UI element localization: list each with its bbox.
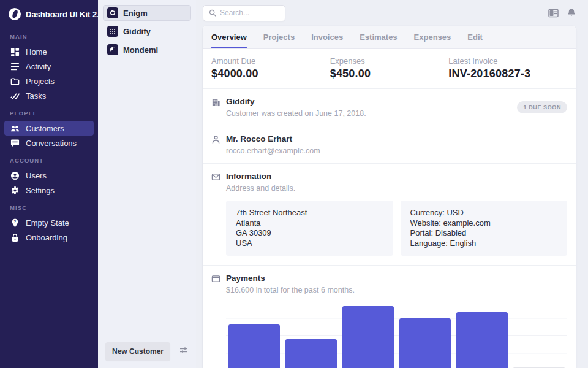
sidebar-item-projects[interactable]: Projects: [0, 74, 98, 88]
activity-icon: [10, 61, 20, 71]
tab-overview[interactable]: Overview: [211, 26, 247, 48]
chart-bar-jul: [228, 324, 280, 368]
sidebar-section-misc-label: MISC: [0, 197, 98, 215]
address-line: USA: [236, 239, 383, 249]
sidebar-item-tasks[interactable]: Tasks: [0, 88, 98, 103]
address-box: 7th Street Northeast Atlanta GA 30309 US…: [226, 201, 393, 256]
sidebar-section-account-label: ACCOUNT: [0, 150, 98, 168]
people-icon: [10, 123, 20, 133]
chart-bar-aug: [285, 339, 337, 368]
information-subtitle: Address and details.: [226, 184, 295, 193]
double-check-icon: [10, 91, 20, 101]
due-soon-badge: 1 DUE SOON: [517, 101, 567, 113]
folder-icon: [10, 76, 20, 86]
sidebar-item-onboarding[interactable]: Onboarding: [0, 230, 98, 245]
sidebar-item-label: Projects: [26, 77, 55, 86]
section-information: Information Address and details. 7th Str…: [203, 164, 576, 266]
mondemi-logo-icon: [107, 44, 118, 55]
stat-expenses: Expenses $450.00: [330, 56, 449, 80]
sidebar-item-settings[interactable]: Settings: [0, 183, 98, 197]
tab-estimates[interactable]: Estimates: [360, 26, 397, 48]
bell-icon[interactable]: [567, 8, 576, 18]
sidebar-item-label: Onboarding: [26, 233, 67, 242]
detail-line: Website: example.com: [410, 218, 558, 229]
detail-line: Portal: Disabled: [410, 228, 558, 239]
pin-question-icon: ?: [10, 218, 20, 228]
address-line: 7th Street Northeast: [236, 208, 383, 218]
customer-list-item-enigm[interactable]: Enigm: [103, 5, 191, 21]
sidebar-item-customers[interactable]: Customers: [4, 121, 94, 136]
stat-value: $4000.00: [211, 67, 330, 80]
search-box[interactable]: [203, 5, 285, 21]
filter-sliders-icon[interactable]: [179, 345, 189, 358]
sidebar-item-activity[interactable]: Activity: [0, 59, 98, 74]
chart-bar-nov: [456, 312, 508, 368]
payments-subtitle: $16.600 in total for the past 6 months.: [226, 286, 355, 294]
app-logo-icon: [9, 8, 21, 20]
enigm-logo-icon: [107, 7, 118, 18]
customer-list-footer: New Customer: [98, 335, 196, 368]
contact-name: Mr. Rocco Erhart: [226, 134, 320, 144]
sidebar-section-main-label: MAIN: [0, 26, 98, 44]
stats-row: Amount Due $4000.00 Expenses $450.00 Lat…: [203, 49, 576, 89]
payments-title: Payments: [226, 274, 355, 283]
customer-detail-card: Overview Projects Invoices Estimates Exp…: [203, 26, 576, 368]
customer-name: Enigm: [123, 9, 148, 18]
sidebar-item-label: Settings: [26, 186, 55, 195]
customer-title: Giddify: [226, 97, 366, 106]
sidebar-item-label: Customers: [26, 124, 64, 133]
details-box: Currency: USD Website: example.com Porta…: [401, 201, 568, 256]
credit-card-icon: [211, 274, 221, 284]
customer-list-item-giddify[interactable]: Giddify: [103, 23, 191, 39]
search-input[interactable]: [220, 9, 279, 17]
chart-bar-oct: [399, 318, 451, 368]
address-line: GA 30309: [236, 228, 383, 239]
stat-label: Latest Invoice: [448, 56, 567, 66]
customer-created-text: Customer was created on June 17, 2018.: [226, 109, 366, 118]
stat-label: Amount Due: [211, 56, 330, 66]
customer-name: Giddify: [123, 27, 151, 36]
customer-name: Mondemi: [123, 45, 158, 55]
sidebar-item-home[interactable]: Home: [0, 44, 98, 59]
lock-icon: [10, 232, 20, 242]
payments-bar-chart: Jul Aug Sep Oct Nov Dec: [226, 301, 567, 368]
tab-edit[interactable]: Edit: [467, 26, 483, 48]
customer-list-item-mondemi[interactable]: Mondemi: [103, 42, 191, 58]
envelope-icon: [211, 172, 221, 182]
sidebar-item-label: Tasks: [26, 91, 46, 101]
gear-icon: [10, 185, 20, 195]
stat-amount-due: Amount Due $4000.00: [211, 56, 330, 80]
sidebar-item-users[interactable]: Users: [0, 168, 98, 183]
chart-plot-area: [226, 301, 567, 368]
stat-latest-invoice: Latest Invoice INV-20160827-3: [448, 56, 567, 80]
stat-value: $450.00: [330, 67, 449, 80]
detail-tabs: Overview Projects Invoices Estimates Exp…: [203, 26, 576, 49]
sidebar-item-empty-state[interactable]: ? Empty State: [0, 215, 98, 230]
sidebar-section-people-label: PEOPLE: [0, 103, 98, 121]
person-icon: [211, 135, 221, 145]
section-customer: Giddify Customer was created on June 17,…: [203, 89, 576, 126]
section-payments: Payments $16.600 in total for the past 6…: [203, 266, 576, 368]
address-line: Atlanta: [236, 218, 383, 229]
sidebar-item-label: Conversations: [26, 139, 77, 148]
sidebar: Dashboard UI Kit 2.0 MAIN Home Activity …: [0, 0, 98, 368]
tab-projects[interactable]: Projects: [263, 26, 295, 48]
information-title: Information: [226, 172, 295, 181]
svg-text:?: ?: [13, 220, 16, 224]
new-customer-button[interactable]: New Customer: [105, 342, 170, 361]
tab-invoices[interactable]: Invoices: [311, 26, 343, 48]
sidebar-item-conversations[interactable]: Conversations: [0, 136, 98, 150]
chart-bar-sep: [342, 306, 394, 368]
card-view-icon[interactable]: [548, 9, 559, 18]
home-icon: [10, 47, 20, 56]
chat-icon: [10, 138, 20, 148]
tab-expenses[interactable]: Expenses: [414, 26, 451, 48]
app-title: Dashboard UI Kit 2.0: [26, 10, 104, 19]
main-area: Overview Projects Invoices Estimates Exp…: [196, 0, 588, 368]
sidebar-item-label: Empty State: [26, 218, 69, 228]
building-icon: [211, 98, 221, 107]
stat-value: INV-20160827-3: [448, 67, 567, 80]
search-icon: [209, 9, 216, 17]
user-circle-icon: [10, 171, 20, 180]
section-contact: Mr. Rocco Erhart rocco.erhart@example.co…: [203, 126, 576, 164]
